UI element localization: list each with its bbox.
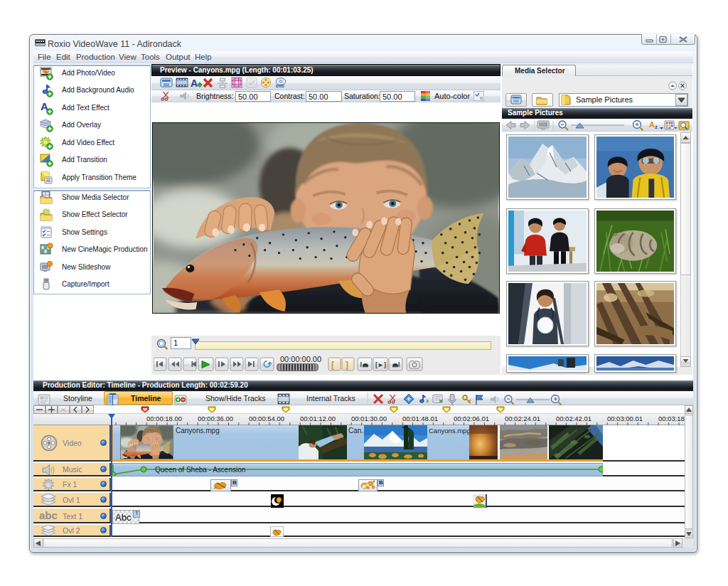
svg-text:00:02:24.01: 00:02:24.01: [505, 415, 540, 422]
svg-text:00:01:48.01: 00:01:48.01: [402, 415, 438, 422]
svg-text:00:01:12.00: 00:01:12.00: [300, 415, 336, 422]
svg-text:z: z: [655, 124, 658, 130]
svg-text:[►]: [►]: [375, 361, 386, 368]
svg-text:00:00:18.00: 00:00:18.00: [146, 415, 182, 422]
svg-text:00:03:00.01: 00:03:00.01: [607, 415, 643, 422]
svg-text:00:02:42.01: 00:02:42.01: [556, 415, 592, 422]
svg-text:A: A: [649, 120, 655, 129]
svg-text:[: [: [331, 360, 334, 370]
svg-text:00:00:54.00: 00:00:54.00: [249, 415, 284, 422]
svg-text:00:02:06.01: 00:02:06.01: [454, 415, 489, 422]
svg-text:A: A: [191, 78, 198, 89]
svg-text:]: ]: [346, 360, 348, 370]
svg-text:00:00:36.00: 00:00:36.00: [198, 415, 233, 422]
svg-text:DVD: DVD: [276, 84, 284, 88]
svg-text:00:01:30.00: 00:01:30.00: [351, 415, 387, 422]
